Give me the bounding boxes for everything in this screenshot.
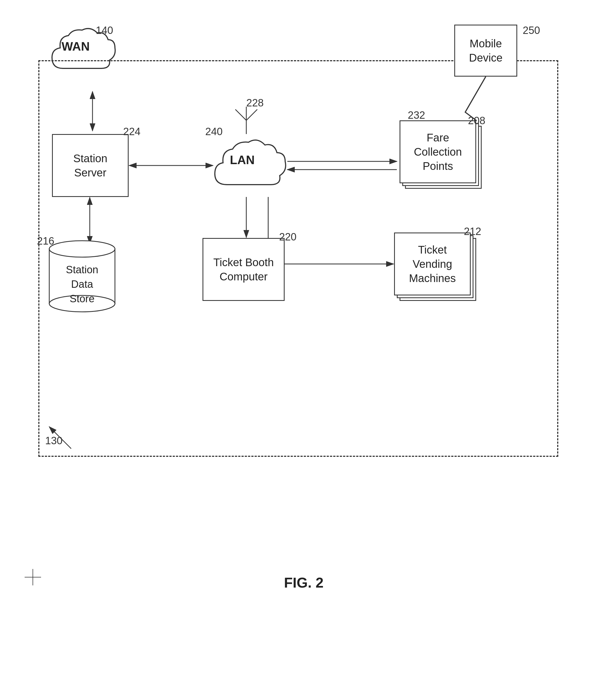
mobile-device-ref: 250 xyxy=(523,25,540,36)
lan-label: LAN xyxy=(230,153,255,167)
lan-cloud: LAN xyxy=(208,134,293,198)
figure-label: FIG. 2 xyxy=(16,574,591,591)
svg-point-17 xyxy=(49,241,115,257)
station-data-store-ref: 216 xyxy=(37,235,54,247)
diagram-container: WAN 140 130 StationServer 224 StationDat… xyxy=(16,16,591,618)
ticket-vending-label: TicketVendingMachines xyxy=(409,243,456,285)
ticket-booth-ref: 220 xyxy=(279,231,296,243)
wireless-ap-ref: 228 xyxy=(246,97,263,109)
lan-ref: 240 xyxy=(205,126,223,137)
wan-ref: 140 xyxy=(96,25,113,36)
ticket-booth-label: Ticket BoothComputer xyxy=(213,255,274,284)
station-server-ref: 224 xyxy=(123,126,140,137)
wireless-signal-ref: 232 xyxy=(408,110,425,121)
mobile-device-box: MobileDevice xyxy=(454,25,517,77)
mobile-device-label: MobileDevice xyxy=(469,36,502,65)
fare-collection-label: FareCollectionPoints xyxy=(414,130,462,173)
ticket-booth-box: Ticket BoothComputer xyxy=(203,238,285,301)
wan-label: WAN xyxy=(62,40,90,53)
station-data-store-label: StationDataStore xyxy=(44,263,121,306)
crosshair-mark xyxy=(25,569,41,585)
ticket-vending-ref: 212 xyxy=(464,226,481,238)
fare-collection-ref: 208 xyxy=(468,115,485,127)
svg-line-14 xyxy=(49,427,71,449)
station-server-box: StationServer xyxy=(52,134,129,197)
station-server-label: StationServer xyxy=(73,151,108,180)
station-data-store: StationDataStore xyxy=(44,235,121,316)
